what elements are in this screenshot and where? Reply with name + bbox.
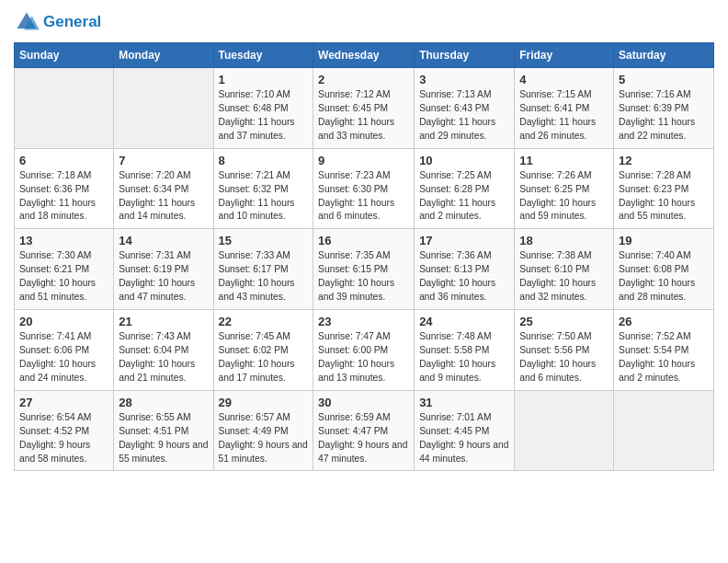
day-of-week-header: Tuesday	[213, 43, 313, 68]
calendar-cell: 1Sunrise: 7:10 AM Sunset: 6:48 PM Daylig…	[213, 68, 313, 149]
logo-text: General	[43, 13, 101, 31]
cell-content: Sunrise: 7:38 AM Sunset: 6:10 PM Dayligh…	[519, 249, 609, 304]
calendar-cell: 30Sunrise: 6:59 AM Sunset: 4:47 PM Dayli…	[313, 390, 415, 471]
cell-content: Sunrise: 7:36 AM Sunset: 6:13 PM Dayligh…	[419, 249, 509, 304]
day-number: 2	[318, 73, 409, 86]
calendar-cell: 16Sunrise: 7:35 AM Sunset: 6:15 PM Dayli…	[313, 229, 415, 310]
cell-content: Sunrise: 7:31 AM Sunset: 6:19 PM Dayligh…	[119, 249, 208, 304]
calendar-cell: 3Sunrise: 7:13 AM Sunset: 6:43 PM Daylig…	[415, 68, 515, 149]
day-number: 7	[119, 154, 208, 167]
cell-content: Sunrise: 7:43 AM Sunset: 6:04 PM Dayligh…	[119, 330, 208, 385]
cell-content: Sunrise: 7:41 AM Sunset: 6:06 PM Dayligh…	[19, 330, 108, 385]
day-number: 3	[419, 73, 509, 86]
calendar-cell: 2Sunrise: 7:12 AM Sunset: 6:45 PM Daylig…	[313, 68, 415, 149]
cell-content: Sunrise: 7:35 AM Sunset: 6:15 PM Dayligh…	[318, 249, 409, 304]
cell-content: Sunrise: 7:10 AM Sunset: 6:48 PM Dayligh…	[219, 88, 309, 144]
day-number: 22	[219, 315, 309, 328]
calendar-cell: 21Sunrise: 7:43 AM Sunset: 6:04 PM Dayli…	[114, 310, 213, 391]
calendar-cell: 7Sunrise: 7:20 AM Sunset: 6:34 PM Daylig…	[114, 148, 213, 229]
day-of-week-header: Thursday	[415, 43, 515, 68]
calendar-cell: 5Sunrise: 7:16 AM Sunset: 6:39 PM Daylig…	[614, 68, 714, 149]
day-number: 17	[419, 234, 509, 247]
cell-content: Sunrise: 7:18 AM Sunset: 6:36 PM Dayligh…	[19, 169, 108, 224]
calendar-cell: 14Sunrise: 7:31 AM Sunset: 6:19 PM Dayli…	[114, 229, 213, 310]
calendar-cell	[15, 68, 114, 149]
cell-content: Sunrise: 7:50 AM Sunset: 5:56 PM Dayligh…	[519, 330, 609, 385]
day-number: 9	[318, 154, 409, 167]
day-number: 14	[119, 234, 208, 247]
calendar-cell: 8Sunrise: 7:21 AM Sunset: 6:32 PM Daylig…	[213, 148, 313, 229]
cell-content: Sunrise: 7:33 AM Sunset: 6:17 PM Dayligh…	[219, 249, 309, 304]
cell-content: Sunrise: 7:52 AM Sunset: 5:54 PM Dayligh…	[619, 330, 709, 385]
calendar-table: SundayMondayTuesdayWednesdayThursdayFrid…	[14, 42, 714, 471]
day-number: 31	[419, 396, 509, 409]
day-of-week-header: Monday	[114, 43, 213, 68]
day-of-week-header: Friday	[515, 43, 614, 68]
cell-content: Sunrise: 7:23 AM Sunset: 6:30 PM Dayligh…	[318, 169, 409, 224]
calendar-cell	[515, 390, 614, 471]
calendar-cell: 15Sunrise: 7:33 AM Sunset: 6:17 PM Dayli…	[213, 229, 313, 310]
cell-content: Sunrise: 7:15 AM Sunset: 6:41 PM Dayligh…	[519, 88, 609, 144]
calendar-week-row: 27Sunrise: 6:54 AM Sunset: 4:52 PM Dayli…	[15, 390, 714, 471]
cell-content: Sunrise: 7:28 AM Sunset: 6:23 PM Dayligh…	[619, 169, 709, 224]
calendar-cell: 31Sunrise: 7:01 AM Sunset: 4:45 PM Dayli…	[415, 390, 515, 471]
day-number: 27	[19, 396, 108, 409]
logo-icon	[14, 9, 40, 35]
calendar-cell: 24Sunrise: 7:48 AM Sunset: 5:58 PM Dayli…	[415, 310, 515, 391]
cell-content: Sunrise: 7:48 AM Sunset: 5:58 PM Dayligh…	[419, 330, 509, 385]
day-number: 8	[219, 154, 309, 167]
calendar-week-row: 1Sunrise: 7:10 AM Sunset: 6:48 PM Daylig…	[15, 68, 714, 149]
day-of-week-header: Saturday	[614, 43, 714, 68]
day-number: 25	[519, 315, 609, 328]
cell-content: Sunrise: 6:55 AM Sunset: 4:51 PM Dayligh…	[119, 411, 208, 466]
calendar-cell: 28Sunrise: 6:55 AM Sunset: 4:51 PM Dayli…	[114, 390, 213, 471]
cell-content: Sunrise: 7:30 AM Sunset: 6:21 PM Dayligh…	[19, 249, 108, 304]
calendar-cell: 6Sunrise: 7:18 AM Sunset: 6:36 PM Daylig…	[15, 148, 114, 229]
calendar-cell: 23Sunrise: 7:47 AM Sunset: 6:00 PM Dayli…	[313, 310, 415, 391]
day-number: 4	[519, 73, 609, 86]
calendar-week-row: 13Sunrise: 7:30 AM Sunset: 6:21 PM Dayli…	[15, 229, 714, 310]
calendar-cell	[114, 68, 213, 149]
day-number: 29	[219, 396, 309, 409]
day-number: 23	[318, 315, 409, 328]
page-header: General	[14, 9, 714, 35]
cell-content: Sunrise: 7:21 AM Sunset: 6:32 PM Dayligh…	[219, 169, 309, 224]
calendar-cell: 25Sunrise: 7:50 AM Sunset: 5:56 PM Dayli…	[515, 310, 614, 391]
day-number: 6	[19, 154, 108, 167]
calendar-cell: 12Sunrise: 7:28 AM Sunset: 6:23 PM Dayli…	[614, 148, 714, 229]
calendar-cell: 26Sunrise: 7:52 AM Sunset: 5:54 PM Dayli…	[614, 310, 714, 391]
day-number: 18	[519, 234, 609, 247]
calendar-cell: 18Sunrise: 7:38 AM Sunset: 6:10 PM Dayli…	[515, 229, 614, 310]
day-number: 10	[419, 154, 509, 167]
day-number: 28	[119, 396, 208, 409]
calendar-cell: 10Sunrise: 7:25 AM Sunset: 6:28 PM Dayli…	[415, 148, 515, 229]
day-number: 13	[19, 234, 108, 247]
day-number: 15	[219, 234, 309, 247]
day-number: 11	[519, 154, 609, 167]
cell-content: Sunrise: 7:20 AM Sunset: 6:34 PM Dayligh…	[119, 169, 208, 224]
calendar-week-row: 6Sunrise: 7:18 AM Sunset: 6:36 PM Daylig…	[15, 148, 714, 229]
cell-content: Sunrise: 7:47 AM Sunset: 6:00 PM Dayligh…	[318, 330, 409, 385]
cell-content: Sunrise: 7:01 AM Sunset: 4:45 PM Dayligh…	[419, 411, 509, 466]
cell-content: Sunrise: 6:57 AM Sunset: 4:49 PM Dayligh…	[219, 411, 309, 466]
day-number: 16	[318, 234, 409, 247]
calendar-cell: 20Sunrise: 7:41 AM Sunset: 6:06 PM Dayli…	[15, 310, 114, 391]
day-of-week-header: Wednesday	[313, 43, 415, 68]
cell-content: Sunrise: 7:12 AM Sunset: 6:45 PM Dayligh…	[318, 88, 409, 144]
cell-content: Sunrise: 7:26 AM Sunset: 6:25 PM Dayligh…	[519, 169, 609, 224]
day-number: 24	[419, 315, 509, 328]
calendar-cell: 29Sunrise: 6:57 AM Sunset: 4:49 PM Dayli…	[213, 390, 313, 471]
calendar-cell: 22Sunrise: 7:45 AM Sunset: 6:02 PM Dayli…	[213, 310, 313, 391]
calendar-cell: 9Sunrise: 7:23 AM Sunset: 6:30 PM Daylig…	[313, 148, 415, 229]
calendar-header-row: SundayMondayTuesdayWednesdayThursdayFrid…	[15, 43, 714, 68]
day-number: 21	[119, 315, 208, 328]
cell-content: Sunrise: 7:45 AM Sunset: 6:02 PM Dayligh…	[219, 330, 309, 385]
day-number: 12	[619, 154, 709, 167]
calendar-week-row: 20Sunrise: 7:41 AM Sunset: 6:06 PM Dayli…	[15, 310, 714, 391]
calendar-cell: 27Sunrise: 6:54 AM Sunset: 4:52 PM Dayli…	[15, 390, 114, 471]
calendar-cell: 4Sunrise: 7:15 AM Sunset: 6:41 PM Daylig…	[515, 68, 614, 149]
calendar-cell	[614, 390, 714, 471]
calendar-cell: 19Sunrise: 7:40 AM Sunset: 6:08 PM Dayli…	[614, 229, 714, 310]
day-number: 30	[318, 396, 409, 409]
cell-content: Sunrise: 7:25 AM Sunset: 6:28 PM Dayligh…	[419, 169, 509, 224]
